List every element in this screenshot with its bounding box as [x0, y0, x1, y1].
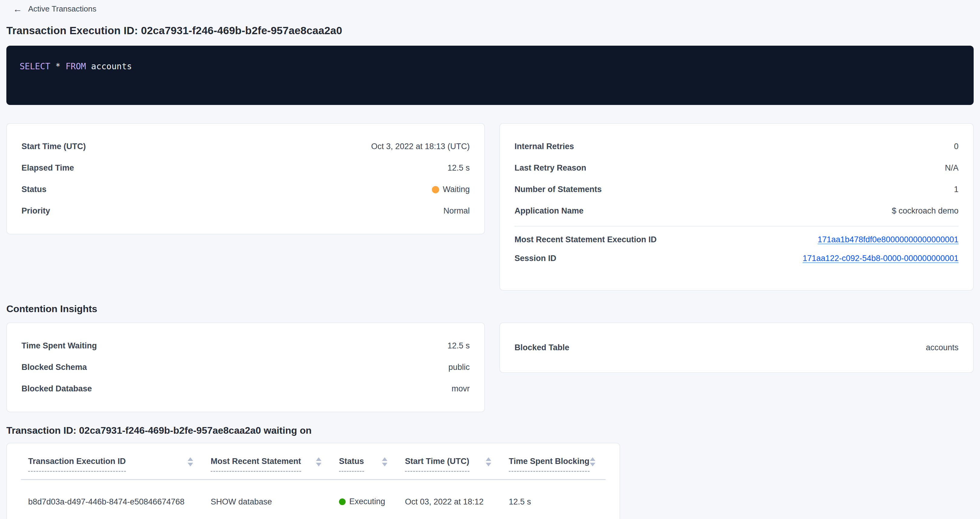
detail-row: Most Recent Statement Execution ID 171aa…	[514, 230, 959, 249]
session-id-link[interactable]: 171aa122-c092-54b8-0000-000000000001	[803, 254, 959, 263]
contention-insights-heading: Contention Insights	[6, 303, 974, 314]
sql-keyword: FROM	[66, 61, 86, 71]
detail-label: Session ID	[514, 254, 556, 263]
caret-up-icon	[316, 457, 321, 461]
detail-row: Blocked Table accounts	[514, 337, 959, 359]
detail-label: Most Recent Statement Execution ID	[514, 235, 657, 244]
detail-value: 1	[954, 185, 959, 194]
transaction-details-card: Start Time (UTC) Oct 3, 2022 at 18:13 (U…	[6, 123, 485, 234]
cell-time-spent-blocking: 12.5 s	[501, 480, 606, 519]
column-label: Transaction Execution ID	[28, 457, 126, 472]
detail-value: 12.5 s	[447, 163, 470, 173]
detail-value: $ cockroach demo	[892, 206, 959, 216]
sort-icon	[316, 457, 321, 467]
waiting-on-heading: Transaction ID: 02ca7931-f246-469b-b2fe-…	[6, 425, 974, 436]
table-header-row: Transaction Execution ID Most Recent Sta…	[21, 443, 606, 480]
column-header-time-spent-blocking[interactable]: Time Spent Blocking	[501, 443, 606, 480]
sort-icon	[382, 457, 387, 467]
back-link[interactable]: ← Active Transactions	[13, 4, 96, 14]
status-label: Waiting	[443, 185, 470, 194]
page: ← Active Transactions Transaction Execut…	[0, 0, 980, 519]
column-label: Time Spent Blocking	[509, 457, 590, 472]
detail-row: Start Time (UTC) Oct 3, 2022 at 18:13 (U…	[21, 136, 470, 157]
detail-label: Priority	[21, 206, 50, 216]
detail-row: Blocked Database movr	[21, 378, 470, 400]
detail-label: Blocked Schema	[21, 363, 87, 372]
detail-row: Internal Retries 0	[514, 136, 959, 157]
caret-up-icon	[188, 457, 193, 461]
detail-label: Blocked Database	[21, 384, 92, 394]
cell-start-time: Oct 03, 2022 at 18:12	[398, 480, 501, 519]
detail-value: 0	[954, 142, 959, 151]
sort-icon	[486, 457, 491, 467]
column-label: Start Time (UTC)	[405, 457, 469, 472]
detail-label: Application Name	[514, 206, 584, 216]
caret-down-icon	[316, 463, 321, 467]
waiting-on-table-card: Transaction Execution ID Most Recent Sta…	[6, 443, 620, 519]
caret-up-icon	[382, 457, 387, 461]
cell-transaction-execution-id: b8d7d03a-d497-446b-8474-e50846674768	[21, 480, 204, 519]
detail-value: Normal	[443, 206, 470, 216]
sql-text: accounts	[86, 61, 132, 71]
column-header-most-recent-statement[interactable]: Most Recent Statement	[204, 443, 332, 480]
caret-down-icon	[486, 463, 491, 467]
detail-row: Status Waiting	[21, 179, 470, 200]
detail-row: Last Retry Reason N/A	[514, 157, 959, 179]
detail-row: Time Spent Waiting 12.5 s	[21, 335, 470, 357]
contention-details-card: Time Spent Waiting 12.5 s Blocked Schema…	[6, 322, 485, 412]
detail-value: public	[448, 363, 470, 372]
sql-text: *	[50, 61, 66, 71]
status-dot-waiting	[432, 186, 439, 193]
status-label: Executing	[349, 497, 385, 506]
caret-down-icon	[382, 463, 387, 467]
contention-cards-row: Time Spent Waiting 12.5 s Blocked Schema…	[6, 322, 974, 412]
blocked-table-card: Blocked Table accounts	[500, 322, 974, 373]
caret-up-icon	[590, 457, 595, 461]
detail-label: Number of Statements	[514, 185, 602, 194]
statement-execution-id-link[interactable]: 171aa1b478fdf0e80000000000000001	[818, 235, 959, 244]
sort-icon	[590, 457, 595, 467]
detail-label: Time Spent Waiting	[21, 341, 97, 351]
detail-row: Application Name $ cockroach demo	[514, 200, 959, 222]
status-value: Waiting	[432, 185, 470, 194]
detail-row: Elapsed Time 12.5 s	[21, 157, 470, 179]
waiting-on-table: Transaction Execution ID Most Recent Sta…	[21, 443, 606, 519]
status-dot-executing	[339, 498, 346, 505]
sql-keyword: SELECT	[20, 61, 50, 71]
column-header-start-time[interactable]: Start Time (UTC)	[398, 443, 501, 480]
sort-icon	[188, 457, 193, 467]
detail-value: movr	[452, 384, 470, 394]
detail-value: N/A	[945, 163, 959, 173]
caret-down-icon	[188, 463, 193, 467]
page-title: Transaction Execution ID: 02ca7931-f246-…	[6, 24, 974, 37]
cell-status: Executing	[332, 480, 398, 519]
sql-statement: SELECT * FROM accounts	[20, 61, 960, 72]
detail-label: Last Retry Reason	[514, 163, 586, 173]
caret-up-icon	[486, 457, 491, 461]
detail-row: Blocked Schema public	[21, 357, 470, 378]
sql-statement-box: SELECT * FROM accounts	[6, 46, 974, 105]
column-label: Status	[339, 457, 364, 472]
detail-row: Priority Normal	[21, 200, 470, 222]
transaction-meta-card: Internal Retries 0 Last Retry Reason N/A…	[500, 123, 974, 290]
arrow-left-icon: ←	[13, 5, 22, 14]
details-cards-row: Start Time (UTC) Oct 3, 2022 at 18:13 (U…	[6, 123, 974, 290]
detail-label: Elapsed Time	[21, 163, 74, 173]
detail-value: 12.5 s	[447, 341, 470, 351]
caret-down-icon	[590, 463, 595, 467]
detail-row: Session ID 171aa122-c092-54b8-0000-00000…	[514, 249, 959, 268]
column-label: Most Recent Statement	[211, 457, 301, 472]
detail-value: accounts	[926, 343, 959, 352]
card-divider	[514, 226, 959, 227]
back-link-label: Active Transactions	[28, 4, 96, 14]
detail-label: Blocked Table	[514, 343, 569, 352]
cell-most-recent-statement: SHOW database	[204, 480, 332, 519]
detail-label: Internal Retries	[514, 142, 574, 151]
detail-row: Number of Statements 1	[514, 179, 959, 200]
table-row: b8d7d03a-d497-446b-8474-e50846674768 SHO…	[21, 480, 606, 519]
detail-label: Status	[21, 185, 47, 194]
column-header-transaction-execution-id[interactable]: Transaction Execution ID	[21, 443, 204, 480]
detail-value: Oct 3, 2022 at 18:13 (UTC)	[371, 142, 470, 151]
detail-label: Start Time (UTC)	[21, 142, 86, 151]
column-header-status[interactable]: Status	[332, 443, 398, 480]
